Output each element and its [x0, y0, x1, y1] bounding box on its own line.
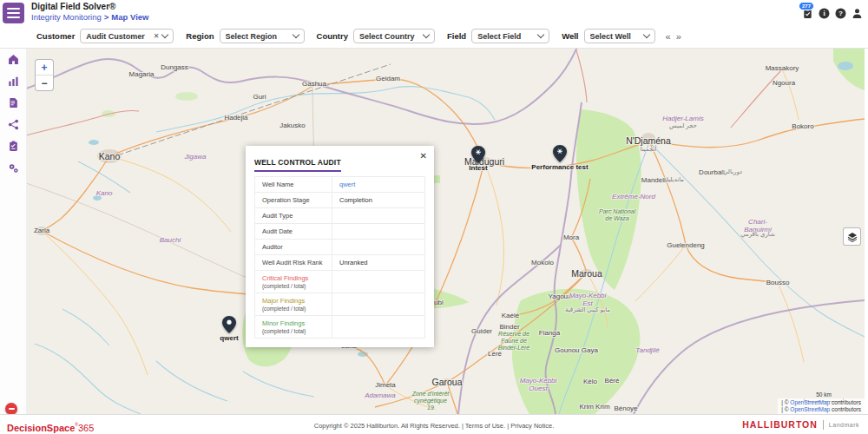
filter-group: RegionSelect Region	[186, 29, 304, 43]
filter-bar-row: CustomerAudit Customer✕RegionSelect Regi…	[0, 24, 868, 49]
filter-label: Customer	[36, 31, 75, 41]
attribution-line: | © OpenStreetMap contributors	[781, 406, 861, 413]
popup-title: WELL CONTROL AUDIT	[254, 158, 341, 172]
hamburger-menu-button[interactable]	[3, 3, 24, 23]
filter-select-customer[interactable]: Audit Customer✕	[80, 29, 174, 43]
sidebar-item-field-report[interactable]	[0, 92, 26, 114]
top-bar: Digital Field Solver® Integrity Monitori…	[0, 0, 868, 24]
audit-row-value[interactable]: qwert	[332, 177, 424, 192]
audit-row-label: Well Audit Risk Rank	[255, 255, 332, 270]
filter-value: Select Region	[226, 32, 290, 41]
audit-row-value: Completion	[332, 193, 424, 207]
audit-row-label: Audit Date	[255, 224, 332, 239]
filter-label: Country	[317, 31, 348, 41]
attribution-line: | © OpenStreetMap contributors	[781, 399, 861, 406]
breadcrumb-section[interactable]: Integrity Monitoring	[31, 12, 102, 22]
scale-label: 50 km	[804, 391, 844, 398]
close-icon[interactable]: ✕	[420, 151, 427, 161]
sidebar-item-home[interactable]	[0, 49, 26, 70]
filter-value: Audit Customer	[86, 32, 152, 41]
help-button[interactable]: ?	[835, 8, 846, 19]
audit-row-label: Critical Findings(completed / total)	[255, 271, 332, 293]
marker-label: Performance test	[529, 163, 590, 171]
audit-row: Auditor	[255, 239, 424, 254]
breadcrumb-page[interactable]: Map View	[111, 12, 148, 22]
help-icon: ?	[835, 8, 846, 19]
audit-row-label: Minor Findings(completed / total)	[255, 316, 332, 338]
zoom-control: + −	[35, 59, 54, 91]
openstreetmap-link[interactable]: OpenStreetMap	[790, 406, 830, 412]
audit-popup-table: Well NameqwertOperation StageCompletionA…	[254, 176, 425, 339]
marker-label: Intest	[448, 164, 509, 172]
audit-row-value	[332, 240, 424, 254]
filter-group: CustomerAudit Customer✕	[36, 29, 174, 43]
audit-row-value	[332, 293, 424, 315]
breadcrumb-separator: >	[104, 12, 109, 22]
app-window: Digital Field Solver® Integrity Monitori…	[0, 0, 868, 434]
breadcrumb: Integrity Monitoring>Map View	[31, 12, 148, 23]
sidebar-item-settings[interactable]	[0, 157, 26, 179]
layers-icon	[847, 232, 858, 242]
pager-prev-button[interactable]: «	[666, 31, 671, 42]
filter-select-well[interactable]: Select Well	[584, 29, 655, 43]
sidebar-item-production[interactable]	[0, 70, 26, 92]
sidebar-item-network[interactable]	[0, 114, 26, 135]
audit-row: Operation StageCompletion	[255, 192, 424, 207]
tasks-button[interactable]: 277	[802, 8, 813, 19]
audit-row-label: Auditor	[255, 240, 332, 254]
map-pin-icon	[471, 146, 485, 163]
audit-row-label: Operation Stage	[255, 193, 332, 207]
filter-bar: CustomerAudit Customer✕RegionSelect Regi…	[36, 29, 655, 43]
user-icon	[852, 8, 863, 19]
filter-select-country[interactable]: Select Country	[353, 29, 435, 43]
filter-group: WellSelect Well	[562, 29, 654, 43]
chevron-down-icon	[292, 31, 299, 38]
filter-select-field[interactable]: Select Field	[471, 29, 549, 43]
audit-row: Audit Type	[255, 207, 424, 223]
audit-row-value: Unranked	[332, 255, 424, 270]
support-icon[interactable]	[5, 403, 17, 415]
filter-label: Well	[562, 31, 578, 41]
app-title: Digital Field Solver®	[31, 2, 148, 12]
chevron-down-icon	[537, 31, 544, 38]
halliburton-logo: HALLIBURTON Landmark	[742, 419, 859, 430]
filter-value: Select Field	[477, 32, 535, 41]
layers-control[interactable]	[843, 227, 861, 246]
well-control-audit-popup: WELL CONTROL AUDIT ✕ Well NameqwertOpera…	[246, 146, 434, 347]
filter-label: Field	[447, 31, 466, 41]
footer: DecisionSpace®365 Copyright © 2025 Halli…	[0, 414, 868, 434]
brand-divider	[823, 420, 824, 430]
zoom-in-button[interactable]: +	[36, 60, 53, 76]
audit-row-value	[332, 224, 424, 239]
info-button[interactable]: i	[819, 8, 830, 19]
audit-row-value	[332, 271, 424, 293]
openstreetmap-link[interactable]: OpenStreetMap	[790, 399, 830, 405]
svg-text:?: ?	[838, 10, 843, 17]
filter-group: CountrySelect Country	[317, 29, 435, 43]
audit-row: Major Findings(completed / total)	[255, 293, 424, 315]
user-button[interactable]	[852, 8, 863, 19]
audit-row-label: Audit Type	[255, 208, 332, 223]
map-attribution: | © OpenStreetMap contributors| © OpenSt…	[778, 398, 865, 414]
audit-row: Critical Findings(completed / total)	[255, 270, 424, 293]
sidebar-item-audit-checklist[interactable]	[0, 135, 26, 157]
copyright-text: Copyright © 2025 Halliburton. All Rights…	[0, 422, 868, 430]
sidebar	[0, 49, 27, 414]
filter-select-region[interactable]: Select Region	[220, 29, 305, 43]
audit-row-label: Well Name	[255, 177, 332, 192]
chevron-down-icon	[423, 31, 430, 38]
clear-icon[interactable]: ✕	[154, 32, 160, 40]
zoom-out-button[interactable]: −	[36, 76, 53, 90]
filter-value: Select Well	[590, 32, 641, 41]
filter-label: Region	[186, 31, 214, 41]
field-report-icon	[8, 97, 19, 108]
production-icon	[8, 76, 19, 87]
filter-group: FieldSelect Field	[447, 29, 549, 43]
pager-next-button[interactable]: »	[676, 31, 681, 42]
chevron-down-icon	[642, 31, 649, 38]
map-markers: IntestPerformance testqwert	[26, 49, 865, 414]
audit-row: Well Nameqwert	[255, 177, 424, 192]
popup-header: WELL CONTROL AUDIT ✕	[246, 146, 434, 172]
map-pin-icon	[222, 316, 236, 333]
map-view[interactable]: MagariaDungassGashuaGeidamGuriHadejiaJak…	[26, 49, 865, 414]
